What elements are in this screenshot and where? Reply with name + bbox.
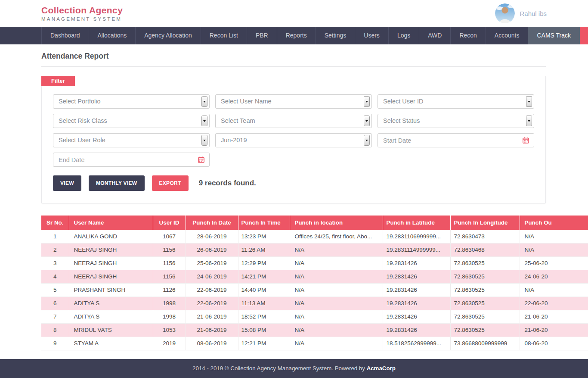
table-cell: 19.2831426 <box>383 256 450 270</box>
nav-item-dashboard[interactable]: Dashboard <box>41 27 89 44</box>
select-user-name[interactable]: Select User Name <box>215 94 372 109</box>
nav-item-pbr[interactable]: PBR <box>247 27 277 44</box>
start-date-input[interactable] <box>378 134 534 147</box>
table-cell: 14:40 PM <box>238 283 290 297</box>
table-cell: 08-06-20 <box>520 337 588 350</box>
table-row: 2NEERAJ SINGH115626-06-201911:26 AMN/A19… <box>41 243 588 256</box>
nav-item-reports[interactable]: Reports <box>277 27 316 44</box>
nav-item-allocations[interactable]: Allocations <box>89 27 136 44</box>
table-cell: 1 <box>41 230 69 243</box>
table-cell: 19.2831114999999... <box>383 243 450 256</box>
table-row: 6ADITYA S199822-06-201911:13 AMN/A19.283… <box>41 297 588 310</box>
table-cell: 19.2831426 <box>383 297 450 310</box>
table-cell: 24-06-2019 <box>186 270 238 283</box>
table-cell: 26-06-2019 <box>186 243 238 256</box>
view-button[interactable]: VIEW <box>53 175 81 191</box>
nav-item-awd[interactable]: AWD <box>419 27 451 44</box>
table-cell: 1053 <box>153 323 186 337</box>
nav-item-cams-track[interactable]: CAMS Track <box>528 27 580 44</box>
table-cell: 1067 <box>153 230 186 243</box>
select-user-role[interactable]: Select User Role <box>53 133 210 147</box>
table-cell: 3 <box>41 256 69 270</box>
table-row: 5PRASHANT SINGH112622-06-201914:40 PMN/A… <box>41 283 588 297</box>
table-cell: 1998 <box>153 297 186 310</box>
app-logo[interactable]: Collection Agency MANAGEMENT SYSTEM <box>41 6 123 22</box>
monthly-view-button[interactable]: MONTHLY VIEW <box>89 175 145 191</box>
table-cell: 22-06-2019 <box>186 283 238 297</box>
calendar-icon[interactable] <box>523 137 529 144</box>
table-cell: 19.2831426 <box>383 270 450 283</box>
end-date-input[interactable] <box>53 153 209 166</box>
select-status-value: Select Status <box>378 114 534 128</box>
select-risk-class[interactable]: Select Risk Class <box>53 114 210 128</box>
column-header-4: Punch In Time <box>238 216 290 230</box>
table-cell: 24-06-20 <box>520 270 588 283</box>
table-cell: 28-06-2019 <box>186 230 238 243</box>
dropdown-caret-icon <box>201 116 207 126</box>
select-team-value: Select Team <box>216 114 371 128</box>
table-cell: 19.2831106999999... <box>383 230 450 243</box>
table-cell: ANALIKA GOND <box>69 230 153 243</box>
attendance-table: Sr No.User NameUser IDPunch In DatePunch… <box>41 216 588 350</box>
table-cell: 4 <box>41 270 69 283</box>
table-cell: 1156 <box>153 243 186 256</box>
table-cell: 21-06-20 <box>520 323 588 337</box>
table-cell: N/A <box>520 230 588 243</box>
table-cell: 1126 <box>153 283 186 297</box>
table-cell: 9 <box>41 337 69 350</box>
footer-text: 2014 - 2019 © Collection Agency Manageme… <box>192 365 365 372</box>
filter-actions: VIEW MONTHLY VIEW EXPORT 9 records found… <box>53 175 534 191</box>
table-cell: 18.5182562999999... <box>383 337 450 350</box>
table-cell: 72.8630525 <box>450 297 520 310</box>
table-cell: 1156 <box>153 270 186 283</box>
column-header-5: Punch in location <box>290 216 383 230</box>
select-portfolio[interactable]: Select Portfolio <box>53 94 210 109</box>
nav-item-live[interactable]: LIVE <box>580 27 588 44</box>
title-divider <box>41 66 546 67</box>
table-row: 9STYAM A201908-06-201912:21 PMN/A18.5182… <box>41 337 588 350</box>
table-cell: PRASHANT SINGH <box>69 283 153 297</box>
user-avatar[interactable] <box>495 3 515 23</box>
table-cell: 1998 <box>153 310 186 323</box>
table-cell: N/A <box>290 323 383 337</box>
nav-item-users[interactable]: Users <box>355 27 389 44</box>
select-user-name-value: Select User Name <box>216 95 371 108</box>
nav-item-agency-allocation[interactable]: Agency Allocation <box>136 27 201 44</box>
export-button[interactable]: EXPORT <box>152 175 189 191</box>
table-cell: 21-06-2019 <box>186 310 238 323</box>
column-header-0: Sr No. <box>41 216 69 230</box>
select-month[interactable]: Jun-2019 <box>215 133 372 147</box>
table-cell: N/A <box>290 283 383 297</box>
select-status[interactable]: Select Status <box>378 114 534 128</box>
nav-item-settings[interactable]: Settings <box>316 27 356 44</box>
table-cell: Offices 24/25, first floor, Abo... <box>290 230 383 243</box>
filter-grid: Select PortfolioSelect User NameSelect U… <box>53 94 534 167</box>
nav-item-logs[interactable]: Logs <box>389 27 419 44</box>
table-cell: 15:08 PM <box>238 323 290 337</box>
table-cell: 1156 <box>153 256 186 270</box>
table-cell: 72.8630468 <box>450 243 520 256</box>
select-team[interactable]: Select Team <box>215 114 372 128</box>
table-cell: 21-06-2019 <box>186 323 238 337</box>
footer-brand: AcmaCorp <box>367 365 396 372</box>
table-cell: 8 <box>41 323 69 337</box>
nav-item-accounts[interactable]: Accounts <box>486 27 529 44</box>
main-content: Attendance Report Filter Select Portfoli… <box>0 44 588 359</box>
table-cell: 72.8630473 <box>450 230 520 243</box>
table-cell: 12:21 PM <box>238 337 290 350</box>
dropdown-caret-icon <box>526 96 532 107</box>
user-menu[interactable]: Rahul ibs <box>495 3 547 23</box>
table-body: 1ANALIKA GOND106728-06-201913:23 PMOffic… <box>41 230 588 350</box>
table-row: 4NEERAJ SINGH115624-06-201914:21 PMN/A19… <box>41 270 588 283</box>
nav-item-recon-list[interactable]: Recon List <box>201 27 247 44</box>
table-cell: 72.8630525 <box>450 270 520 283</box>
column-header-1: User Name <box>69 216 153 230</box>
table-cell: 2 <box>41 243 69 256</box>
table-cell: N/A <box>290 270 383 283</box>
user-photo-icon <box>495 3 515 23</box>
select-month-value: Jun-2019 <box>216 134 371 147</box>
calendar-icon[interactable] <box>198 156 204 163</box>
select-user-id[interactable]: Select User ID <box>378 94 534 109</box>
records-count: 9 records found. <box>199 179 256 187</box>
nav-item-recon[interactable]: Recon <box>451 27 486 44</box>
